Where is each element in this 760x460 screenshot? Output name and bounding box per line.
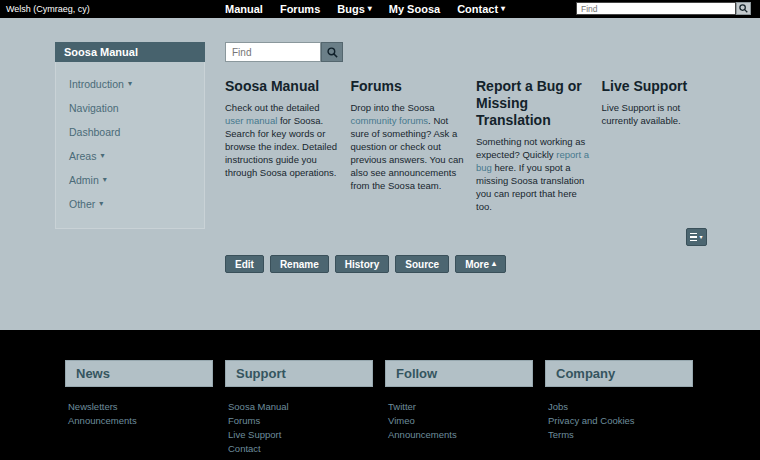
footer-section-support: Support Soosa Manual Forums Live Support… — [225, 360, 373, 456]
nav-item-my-soosa[interactable]: My Soosa — [389, 3, 440, 15]
chevron-up-icon: ▴ — [492, 260, 496, 268]
column-text: Live Support is not currently available. — [602, 101, 716, 127]
footer-section-news: News Newsletters Announcements — [65, 360, 213, 456]
footer-link-terms[interactable]: Terms — [545, 428, 693, 442]
column-forums: Forums Drop into the Soosa community for… — [351, 78, 465, 213]
list-icon — [690, 233, 697, 242]
topbar-search-input[interactable] — [576, 2, 736, 15]
column-title: Live Support — [602, 78, 716, 95]
footer-section-title: News — [65, 360, 213, 387]
sidebar-item-navigation[interactable]: Navigation — [56, 96, 204, 120]
page-actions: Edit Rename History Source More▴ — [225, 255, 506, 273]
page-search-button[interactable] — [321, 42, 343, 62]
footer-section-title: Follow — [385, 360, 533, 387]
page-search-input[interactable] — [225, 42, 321, 62]
chevron-down-icon: ▾ — [699, 234, 702, 240]
footer-section-title: Support — [225, 360, 373, 387]
search-icon — [739, 4, 748, 13]
chevron-down-icon: ▾ — [128, 80, 132, 88]
footer-link-announcements[interactable]: Announcements — [385, 428, 533, 442]
footer-link-twitter[interactable]: Twitter — [385, 400, 533, 414]
nav-item-contact[interactable]: Contact▾ — [457, 3, 505, 15]
chevron-down-icon: ▾ — [368, 5, 372, 13]
footer-section-company: Company Jobs Privacy and Cookies Terms — [545, 360, 693, 456]
main-content: Soosa Manual Check out the detailed user… — [225, 42, 715, 213]
feature-columns: Soosa Manual Check out the detailed user… — [225, 78, 715, 213]
footer-link-live-support[interactable]: Live Support — [225, 428, 373, 442]
page-search — [225, 42, 715, 62]
footer-link-privacy-cookies[interactable]: Privacy and Cookies — [545, 414, 693, 428]
more-button[interactable]: More▴ — [455, 255, 506, 273]
nav-item-bugs[interactable]: Bugs▾ — [337, 3, 372, 15]
column-report-bug: Report a Bug or Missing Translation Some… — [476, 78, 590, 213]
nav-item-manual[interactable]: Manual — [225, 3, 263, 15]
column-text: Something not working as expected? Quick… — [476, 135, 590, 213]
user-manual-link[interactable]: user manual — [225, 115, 277, 126]
topbar-search-button[interactable] — [736, 2, 751, 15]
source-button[interactable]: Source — [395, 255, 449, 273]
sidebar-item-other[interactable]: Other▾ — [56, 192, 204, 216]
edit-button[interactable]: Edit — [225, 255, 264, 273]
main-nav: Manual Forums Bugs▾ My Soosa Contact▾ — [225, 0, 505, 18]
column-live-support: Live Support Live Support is not current… — [602, 78, 716, 213]
column-title: Soosa Manual — [225, 78, 339, 95]
language-switcher[interactable]: Welsh (Cymraeg, cy) — [6, 4, 90, 14]
footer-link-contact[interactable]: Contact — [225, 442, 373, 456]
history-button[interactable]: History — [335, 255, 389, 273]
footer-link-soosa-manual[interactable]: Soosa Manual — [225, 400, 373, 414]
sidebar-menu: Introduction▾ Navigation Dashboard Areas… — [55, 62, 205, 229]
chevron-down-icon: ▾ — [103, 176, 107, 184]
sidebar-item-areas[interactable]: Areas▾ — [56, 144, 204, 168]
column-soosa-manual: Soosa Manual Check out the detailed user… — [225, 78, 339, 213]
footer-link-announcements[interactable]: Announcements — [65, 414, 213, 428]
column-title: Forums — [351, 78, 465, 95]
footer-link-jobs[interactable]: Jobs — [545, 400, 693, 414]
chevron-down-icon: ▾ — [99, 200, 103, 208]
footer-section-title: Company — [545, 360, 693, 387]
sidebar-item-introduction[interactable]: Introduction▾ — [56, 72, 204, 96]
sidebar-item-dashboard[interactable]: Dashboard — [56, 120, 204, 144]
footer-link-newsletters[interactable]: Newsletters — [65, 400, 213, 414]
chevron-down-icon: ▾ — [501, 5, 505, 13]
column-text: Drop into the Soosa community forums. No… — [351, 101, 465, 192]
sidebar-item-admin[interactable]: Admin▾ — [56, 168, 204, 192]
topbar-search — [576, 2, 751, 15]
top-bar: Welsh (Cymraeg, cy) Manual Forums Bugs▾ … — [0, 0, 760, 18]
nav-item-forums[interactable]: Forums — [280, 3, 320, 15]
column-title: Report a Bug or Missing Translation — [476, 78, 590, 129]
chevron-down-icon: ▾ — [100, 152, 104, 160]
rename-button[interactable]: Rename — [270, 255, 329, 273]
footer-section-follow: Follow Twitter Vimeo Announcements — [385, 360, 533, 456]
footer: News Newsletters Announcements Support S… — [0, 330, 760, 460]
footer-link-vimeo[interactable]: Vimeo — [385, 414, 533, 428]
sidebar: Soosa Manual Introduction▾ Navigation Da… — [55, 42, 205, 229]
community-forums-link[interactable]: community forums — [351, 115, 429, 126]
column-text: Check out the detailed user manual for S… — [225, 101, 339, 179]
search-icon — [327, 47, 338, 58]
footer-link-forums[interactable]: Forums — [225, 414, 373, 428]
sidebar-title: Soosa Manual — [55, 42, 205, 62]
page-options-button[interactable]: ▾ — [686, 228, 707, 246]
footer-columns: News Newsletters Announcements Support S… — [0, 330, 760, 456]
